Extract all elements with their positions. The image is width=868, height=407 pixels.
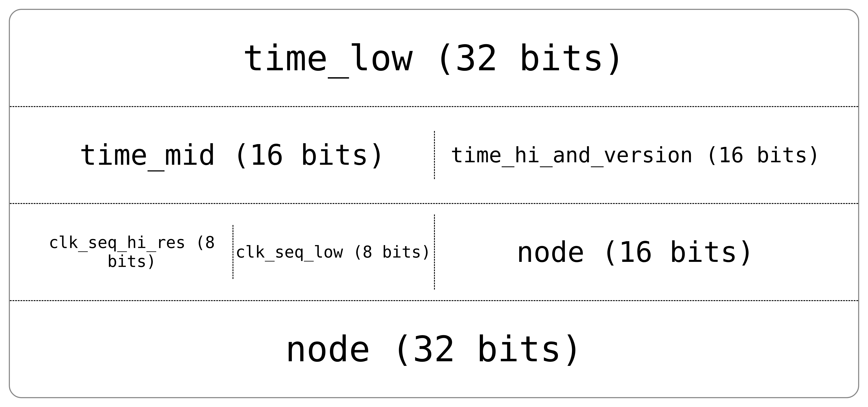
field-node-lower: node (32 bits) [31,301,837,397]
row-time-mid-hi: time_mid (16 bits) time_hi_and_version (… [10,106,858,203]
clk-seq-group: clk_seq_hi_res (8 bits) clk_seq_low (8 b… [31,204,434,300]
field-time-low: time_low (32 bits) [31,10,837,106]
vertical-divider [434,131,435,179]
field-node-upper: node (16 bits) [434,204,837,300]
field-clk-seq-low: clk_seq_low (8 bits) [232,204,434,300]
row-node-lower: node (32 bits) [10,300,858,397]
field-clk-seq-hi-res: clk_seq_hi_res (8 bits) [31,204,232,300]
field-label: time_hi_and_version (16 bits) [451,143,820,167]
field-label: time_low (32 bits) [243,37,625,79]
vertical-divider [232,225,234,279]
field-label: node (32 bits) [285,328,583,370]
field-label: time_mid (16 bits) [80,139,385,171]
uuid-layout-frame: time_low (32 bits) time_mid (16 bits) ti… [9,9,859,398]
field-label: clk_seq_hi_res (8 bits) [31,233,232,271]
field-time-hi-and-version: time_hi_and_version (16 bits) [434,107,837,203]
field-time-mid: time_mid (16 bits) [31,107,434,203]
vertical-divider [434,214,435,290]
row-clk-seq-node: clk_seq_hi_res (8 bits) clk_seq_low (8 b… [10,203,858,300]
node-upper-group: node (16 bits) [434,204,837,300]
field-label: node (16 bits) [517,236,754,268]
row-time-low: time_low (32 bits) [10,10,858,106]
field-label: clk_seq_low (8 bits) [236,242,431,262]
